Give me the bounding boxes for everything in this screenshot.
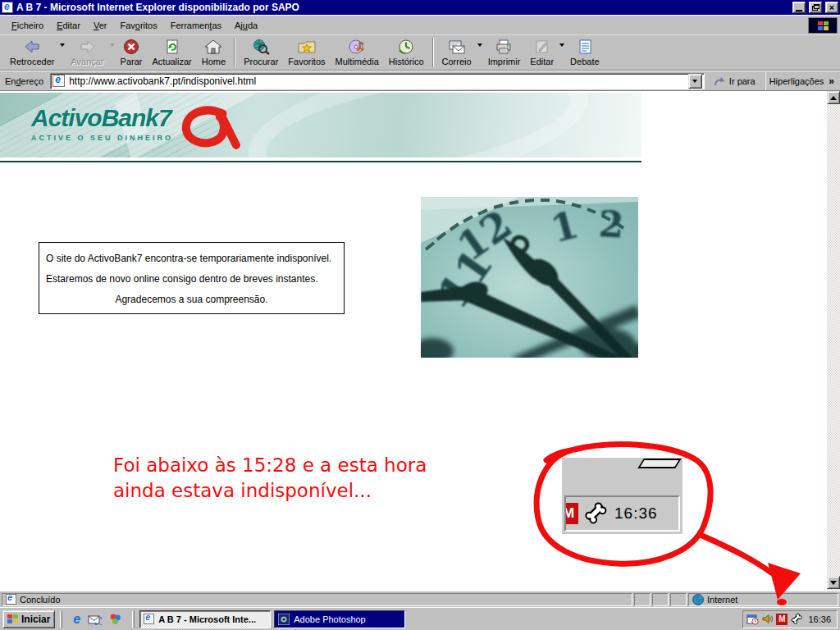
vertical-scrollbar[interactable] <box>827 91 840 591</box>
task-button-photoshop[interactable]: Adobe Photoshop <box>274 610 405 628</box>
notice-line-1: O site do ActivoBank7 encontra-se tempor… <box>46 253 337 264</box>
bone-icon <box>584 501 609 526</box>
refresh-button[interactable]: Actualizar <box>147 36 196 69</box>
address-input[interactable]: e http://www.activobank7.pt/indisponivel… <box>50 73 705 89</box>
discuss-button[interactable]: Debate <box>565 36 604 69</box>
edit-button[interactable]: Editar <box>525 36 559 69</box>
msn-icon[interactable] <box>109 613 121 625</box>
brand-tagline: ACTIVE O SEU DINHEIRO <box>31 134 173 142</box>
notice-line-2: Estaremos de novo online consigo dentro … <box>46 273 337 285</box>
scroll-down-button[interactable] <box>827 576 840 589</box>
menu-ferramentas[interactable]: Ferramentas <box>164 17 228 34</box>
status-message-pane: e Concluído <box>2 593 632 606</box>
task-button-ie[interactable]: e A B 7 - Microsoft Inte... <box>139 610 271 628</box>
brand-swoosh-icon <box>176 104 244 150</box>
antivirus-m-icon: M <box>566 503 578 524</box>
status-page-icon: e <box>6 594 16 605</box>
start-button[interactable]: Iniciar <box>2 610 55 628</box>
forward-button[interactable]: Avançar <box>66 36 108 69</box>
screenshot-tray: M 16:36 <box>564 495 680 532</box>
home-icon <box>204 39 222 55</box>
favorites-icon <box>298 39 316 55</box>
home-button[interactable]: Home <box>197 36 231 69</box>
photoshop-icon <box>278 614 290 625</box>
activobank-banner: ActivoBank7 ACTIVE O SEU DINHEIRO <box>0 93 641 158</box>
unavailable-notice: O site do ActivoBank7 encontra-se tempor… <box>39 242 345 314</box>
window-titlebar[interactable]: e A B 7 - Microsoft Internet Explorer di… <box>0 0 840 15</box>
clock-photo: 11 12 1 2 <box>421 197 638 358</box>
forward-dropdown[interactable] <box>109 43 116 47</box>
favorites-button[interactable]: Favoritos <box>283 36 330 69</box>
red-annotation-text: Foi abaixo às 15:28 e a esta hora ainda … <box>113 453 427 504</box>
bone-tray-icon[interactable] <box>791 613 803 625</box>
desktop: e A B 7 - Microsoft Internet Explorer di… <box>0 0 840 630</box>
stop-button[interactable]: Parar <box>116 36 148 69</box>
menu-editar[interactable]: Editar <box>50 17 87 34</box>
go-icon <box>714 75 726 87</box>
toolbar-separator <box>432 38 434 67</box>
pasted-tray-screenshot: M 16:36 <box>562 458 682 534</box>
address-bar: Endereço e http://www.activobank7.pt/ind… <box>0 71 840 91</box>
antivirus-m-tray-icon[interactable]: M <box>776 614 788 625</box>
annotation-line-1: Foi abaixo às 15:28 e a esta hora <box>113 453 427 478</box>
scroll-up-button[interactable] <box>827 91 840 104</box>
chevron-icon: » <box>829 75 834 87</box>
outlook-express-icon[interactable] <box>88 614 102 625</box>
forward-icon <box>79 39 97 55</box>
history-button[interactable]: Histórico <box>384 36 429 69</box>
close-button[interactable]: × <box>825 2 838 13</box>
back-dropdown[interactable] <box>59 43 66 47</box>
window-corner-fragment <box>637 459 681 468</box>
ie-quicklaunch-icon[interactable]: e <box>73 614 80 625</box>
status-pane <box>670 593 687 606</box>
search-button[interactable]: Procurar <box>239 36 283 69</box>
volume-icon[interactable] <box>762 614 773 624</box>
menu-ajuda[interactable]: Ajuda <box>228 17 264 34</box>
scroll-up-icon <box>830 96 837 100</box>
taskbar: Iniciar e e A B 7 - Microsoft Inte... Ad… <box>0 607 840 630</box>
refresh-icon <box>163 39 181 55</box>
minimize-button[interactable] <box>792 2 806 13</box>
restore-button[interactable] <box>809 2 822 13</box>
ie-document-icon: e <box>2 2 13 13</box>
quick-launch: e <box>67 613 127 625</box>
task-ie-icon: e <box>144 614 154 624</box>
status-pane <box>634 593 651 606</box>
address-dropdown[interactable] <box>688 74 702 89</box>
menu-ver[interactable]: Ver <box>87 17 114 34</box>
mail-dropdown[interactable] <box>477 43 483 47</box>
media-button[interactable]: Multimédia <box>331 36 384 69</box>
taskbar-grip[interactable] <box>60 611 62 628</box>
page-icon: e <box>52 75 65 87</box>
mail-button[interactable]: Correio <box>437 36 477 69</box>
browser-viewport: ActivoBank7 ACTIVE O SEU DINHEIRO O site… <box>0 91 840 591</box>
taskbar-grip[interactable] <box>132 611 135 628</box>
windows-logo-icon <box>7 614 18 623</box>
toolbar-separator <box>234 38 235 67</box>
print-button[interactable]: Imprimir <box>483 36 526 69</box>
status-bar: e Concluído Internet <box>0 591 840 607</box>
standard-toolbar: Retroceder Avançar Parar Actualizar Home… <box>0 34 840 71</box>
back-button[interactable]: Retroceder <box>5 36 59 69</box>
stop-icon <box>122 39 140 55</box>
address-url: http://www.activobank7.pt/indisponivel.h… <box>69 75 256 87</box>
scroll-down-icon <box>830 581 837 585</box>
banner-divider <box>0 161 641 162</box>
address-label: Endereço <box>2 76 46 86</box>
banner-swirl <box>239 93 598 158</box>
media-icon <box>348 39 366 55</box>
notice-line-3: Agradecemos a sua compreensão. <box>46 294 337 305</box>
print-icon <box>495 39 513 55</box>
activobank-logo: ActivoBank7 ACTIVE O SEU DINHEIRO <box>31 104 244 150</box>
links-bar[interactable]: Hiperligações » <box>765 72 838 90</box>
menu-favoritos[interactable]: Favoritos <box>113 17 163 34</box>
edit-dropdown[interactable] <box>559 43 565 47</box>
menu-bar: Ficheiro Editar Ver Favoritos Ferramenta… <box>0 15 840 34</box>
svg-text:2: 2 <box>597 203 624 246</box>
annotation-line-2: ainda estava indisponível... <box>113 478 427 504</box>
internet-globe-icon <box>692 594 704 605</box>
task-scheduler-icon[interactable] <box>746 614 759 625</box>
menu-ficheiro[interactable]: Ficheiro <box>5 17 50 34</box>
tray-clock: 16:36 <box>806 614 831 624</box>
go-button[interactable]: Ir para <box>709 72 760 90</box>
